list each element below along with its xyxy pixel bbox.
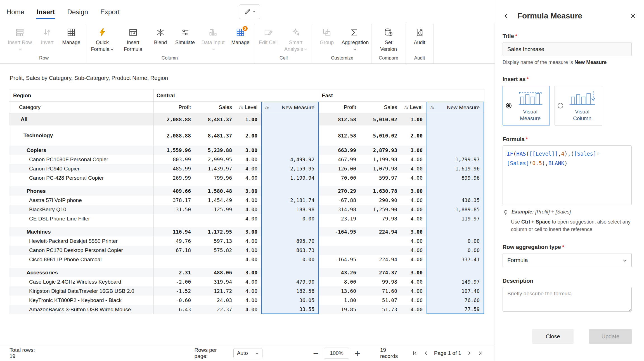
value-cell[interactable]: 76.60 xyxy=(427,296,484,305)
value-cell[interactable]: 36.05 xyxy=(261,296,319,305)
value-cell[interactable]: 1,630.78 xyxy=(360,186,401,196)
value-cell[interactable]: 149.97 xyxy=(427,277,484,286)
value-cell[interactable]: 4.00 xyxy=(236,236,261,246)
row-label-cell[interactable]: Canon PC-428 Personal Copier xyxy=(9,173,154,182)
value-cell[interactable]: 863.73 xyxy=(261,246,319,255)
value-cell[interactable]: 121.72 xyxy=(195,286,236,296)
row-label-cell[interactable]: Canon PC940 Copier xyxy=(9,164,154,173)
ribbon-button-set-version[interactable]: Set Version xyxy=(373,26,404,53)
value-cell[interactable]: 597.13 xyxy=(195,236,236,246)
value-cell[interactable] xyxy=(319,236,360,246)
value-cell[interactable]: 4.00 xyxy=(236,286,261,296)
value-cell[interactable] xyxy=(427,227,484,236)
value-cell[interactable]: 378.17 xyxy=(154,196,195,205)
value-cell[interactable]: 2,159.95 xyxy=(261,164,319,173)
value-cell[interactable] xyxy=(261,268,319,277)
value-cell[interactable]: 4.00 xyxy=(401,236,427,246)
value-cell[interactable]: 6.43 xyxy=(154,305,195,314)
value-cell[interactable]: 409.66 xyxy=(154,186,195,196)
value-cell[interactable]: 5,010.02 xyxy=(360,129,401,142)
value-cell[interactable]: 4.00 xyxy=(401,286,427,296)
value-cell[interactable]: 1,889.85 xyxy=(427,205,484,214)
close-icon[interactable] xyxy=(628,11,638,21)
insert-as-visual-column[interactable]: Visual Column xyxy=(555,86,602,125)
value-cell[interactable]: 43.26 xyxy=(319,268,360,277)
row-label-cell[interactable]: Cisco 8961 IP Phone Charcoal xyxy=(9,255,154,264)
value-cell[interactable]: 224.94 xyxy=(360,227,401,236)
row-label-cell[interactable]: Case Logic 2.4GHz Wireless Keyboard xyxy=(9,277,154,286)
value-cell[interactable]: 3.00 xyxy=(236,146,261,155)
category-header-cell[interactable]: Category xyxy=(9,102,154,113)
value-cell[interactable] xyxy=(360,246,401,255)
row-label-cell[interactable]: Kingston Digital DataTraveler 16GB USB 2… xyxy=(9,286,154,296)
value-cell[interactable]: 4.00 xyxy=(236,164,261,173)
value-cell[interactable]: 4.00 xyxy=(401,164,427,173)
value-cell[interactable]: 3.00 xyxy=(236,268,261,277)
value-cell[interactable]: 663.99 xyxy=(319,146,360,155)
tab-design[interactable]: Design xyxy=(67,0,89,24)
value-cell[interactable]: 436.35 xyxy=(427,196,484,205)
value-cell[interactable]: 337.41 xyxy=(427,255,484,264)
value-cell[interactable]: 0.00 xyxy=(427,236,484,246)
ribbon-button-quick-formula[interactable]: Quick Formula xyxy=(87,26,118,53)
first-page-button[interactable] xyxy=(410,348,420,358)
formula-editor[interactable]: IF(HAS([[Level]],4),([Sales]+[Sales]*0.5… xyxy=(503,145,632,205)
row-label-cell[interactable]: Phones xyxy=(9,186,154,196)
value-cell[interactable]: 4.00 xyxy=(236,205,261,214)
value-cell[interactable]: 4.00 xyxy=(401,173,427,182)
value-cell[interactable]: 4.00 xyxy=(236,296,261,305)
ribbon-button-aggregation[interactable]: Aggregation xyxy=(339,26,370,53)
row-label-cell[interactable]: Copiers xyxy=(9,146,154,155)
value-cell[interactable]: 8,481.37 xyxy=(195,129,236,142)
row-label-cell[interactable]: Machines xyxy=(9,227,154,236)
value-cell[interactable]: 1.00 xyxy=(236,113,261,125)
value-cell[interactable] xyxy=(261,227,319,236)
value-cell[interactable]: 4.00 xyxy=(236,173,261,182)
value-cell[interactable]: 1,619.96 xyxy=(427,164,484,173)
previous-page-button[interactable] xyxy=(421,348,431,358)
value-cell[interactable]: 1.00 xyxy=(401,113,427,125)
close-button[interactable]: Close xyxy=(532,329,574,344)
region-cell-east[interactable]: East xyxy=(319,89,484,101)
ribbon-button-simulate[interactable]: Simulate xyxy=(172,26,198,46)
value-cell[interactable]: -164.95 xyxy=(319,227,360,236)
value-cell[interactable]: -1.52 xyxy=(154,286,195,296)
value-cell[interactable]: 4.00 xyxy=(401,246,427,255)
value-cell[interactable]: 4.00 xyxy=(401,196,427,205)
value-cell[interactable] xyxy=(195,255,236,264)
value-cell[interactable] xyxy=(154,214,195,223)
value-cell[interactable]: 799.96 xyxy=(195,173,236,182)
value-cell[interactable]: 2,088.88 xyxy=(154,113,195,125)
value-cell[interactable]: 467.99 xyxy=(319,155,360,164)
value-cell[interactable]: 812.58 xyxy=(319,113,360,125)
column-header-new-measure[interactable]: fxNew Measure xyxy=(261,102,319,113)
ribbon-button-insert-row[interactable]: Insert Row xyxy=(4,26,35,53)
value-cell[interactable]: 3.00 xyxy=(236,227,261,236)
ribbon-button-smart-analysis[interactable]: Smart Analysis xyxy=(280,26,311,53)
row-label-cell[interactable]: BlackBerry Q10 xyxy=(9,205,154,214)
value-cell[interactable]: 5,239.88 xyxy=(195,146,236,155)
ribbon-button-invert[interactable]: Invert xyxy=(35,26,59,46)
value-cell[interactable]: 314.98 xyxy=(319,205,360,214)
next-page-button[interactable] xyxy=(465,348,474,358)
value-cell[interactable]: 2,088.88 xyxy=(154,129,195,142)
zoom-out-button[interactable]: − xyxy=(313,349,319,357)
value-cell[interactable]: 33.55 xyxy=(261,305,319,314)
value-cell[interactable]: 22.37 xyxy=(195,305,236,314)
row-aggregation-select[interactable]: Formula xyxy=(503,253,632,267)
value-cell[interactable]: 1,799.97 xyxy=(427,155,484,164)
value-cell[interactable]: 125.99 xyxy=(195,205,236,214)
value-cell[interactable]: 3.00 xyxy=(401,146,427,155)
value-cell[interactable] xyxy=(427,146,484,155)
value-cell[interactable]: -0.60 xyxy=(154,296,195,305)
rows-per-page-select[interactable]: Auto xyxy=(233,348,262,358)
row-label-cell[interactable]: Technology xyxy=(9,129,154,142)
value-cell[interactable]: 1,580.48 xyxy=(195,186,236,196)
value-cell[interactable]: 116.94 xyxy=(154,227,195,236)
value-cell[interactable]: 269.99 xyxy=(154,173,195,182)
value-cell[interactable] xyxy=(154,255,195,264)
value-cell[interactable] xyxy=(261,146,319,155)
value-cell[interactable]: 899.96 xyxy=(427,173,484,182)
ribbon-button-edit-cell[interactable]: Edit Cell xyxy=(256,26,280,46)
ribbon-button-manage-row[interactable]: Manage xyxy=(59,26,83,46)
